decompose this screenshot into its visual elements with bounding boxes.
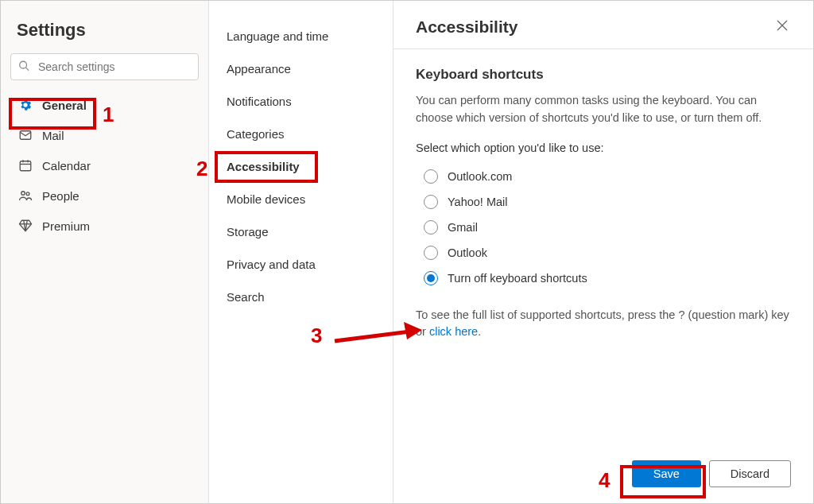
radio-label: Yahoo! Mail	[448, 196, 508, 208]
hint-text: To see the full list of supported shortc…	[416, 307, 791, 342]
radio-icon	[424, 246, 438, 260]
settings-panel: Accessibility Keyboard shortcuts You can…	[393, 1, 813, 503]
radio-outlook-com[interactable]: Outlook.com	[416, 164, 791, 189]
nav-general[interactable]: General	[10, 90, 199, 120]
people-icon	[17, 188, 34, 203]
nav-label: Mail	[42, 129, 64, 142]
search-input[interactable]	[10, 53, 199, 80]
save-button[interactable]: Save	[632, 460, 701, 487]
panel-body: Keyboard shortcuts You can perform many …	[393, 49, 813, 449]
subnav-accessibility[interactable]: Accessibility	[209, 150, 393, 183]
subnav-search[interactable]: Search	[209, 281, 393, 313]
radio-icon	[424, 271, 438, 285]
gear-icon	[17, 98, 34, 112]
svg-point-0	[20, 61, 27, 68]
radio-icon	[424, 220, 438, 235]
svg-point-8	[26, 192, 29, 196]
radio-icon	[424, 195, 438, 209]
radio-icon	[424, 169, 438, 184]
nav-label: Premium	[42, 219, 90, 233]
svg-rect-3	[20, 161, 31, 171]
settings-subnav: Language and time Appearance Notificatio…	[209, 1, 393, 503]
section-title: Keyboard shortcuts	[416, 67, 791, 83]
option-prompt: Select which option you'd like to use:	[416, 142, 791, 154]
mail-icon	[17, 128, 34, 142]
settings-sidebar: Settings General Mail Calendar	[1, 1, 209, 503]
settings-title: Settings	[10, 14, 199, 53]
nav-calendar[interactable]: Calendar	[10, 150, 199, 180]
nav-mail[interactable]: Mail	[10, 120, 199, 150]
radio-label: Turn off keyboard shortcuts	[448, 272, 587, 285]
nav-people[interactable]: People	[10, 180, 199, 211]
subnav-categories[interactable]: Categories	[209, 118, 393, 150]
svg-line-1	[26, 68, 29, 71]
subnav-language-time[interactable]: Language and time	[209, 20, 393, 52]
nav-premium[interactable]: Premium	[10, 211, 199, 241]
hint-suffix: .	[478, 325, 481, 338]
close-button[interactable]	[773, 17, 791, 37]
hint-link[interactable]: click here	[429, 325, 478, 338]
search-icon	[18, 60, 29, 74]
section-description: You can perform many common tasks using …	[416, 92, 791, 127]
nav-label: General	[42, 99, 87, 112]
search-wrapper	[10, 53, 199, 80]
svg-point-7	[21, 192, 25, 196]
radio-outlook[interactable]: Outlook	[416, 240, 791, 266]
calendar-icon	[17, 158, 34, 173]
discard-button[interactable]: Discard	[709, 460, 791, 487]
subnav-appearance[interactable]: Appearance	[209, 52, 393, 85]
radio-label: Outlook	[448, 246, 487, 259]
radio-gmail[interactable]: Gmail	[416, 215, 791, 240]
diamond-icon	[17, 219, 34, 233]
radio-label: Gmail	[448, 221, 478, 234]
panel-header: Accessibility	[393, 1, 813, 49]
subnav-notifications[interactable]: Notifications	[209, 85, 393, 118]
nav-label: People	[42, 189, 79, 203]
radio-yahoo-mail[interactable]: Yahoo! Mail	[416, 189, 791, 215]
radio-turn-off[interactable]: Turn off keyboard shortcuts	[416, 266, 791, 291]
subnav-mobile-devices[interactable]: Mobile devices	[209, 183, 393, 215]
nav-label: Calendar	[42, 159, 91, 173]
panel-title: Accessibility	[416, 17, 517, 37]
radio-label: Outlook.com	[448, 170, 512, 183]
subnav-privacy-data[interactable]: Privacy and data	[209, 248, 393, 281]
panel-footer: Save Discard	[393, 449, 813, 503]
subnav-storage[interactable]: Storage	[209, 215, 393, 248]
